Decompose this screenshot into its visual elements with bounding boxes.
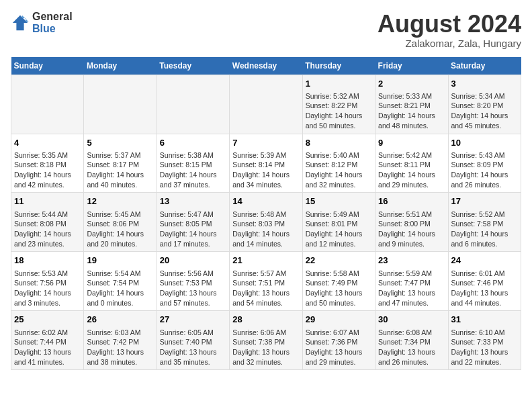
day-info: Sunrise: 6:03 AM Sunset: 7:42 PM Dayligh… (87, 328, 153, 367)
calendar-cell: 10Sunrise: 5:43 AM Sunset: 8:09 PM Dayli… (448, 134, 521, 193)
calendar-week-5: 25Sunrise: 6:02 AM Sunset: 7:44 PM Dayli… (11, 311, 521, 370)
day-info: Sunrise: 5:32 AM Sunset: 8:22 PM Dayligh… (306, 91, 372, 131)
day-number: 14 (232, 195, 299, 208)
calendar-cell: 13Sunrise: 5:47 AM Sunset: 8:05 PM Dayli… (157, 193, 229, 252)
day-number: 11 (14, 195, 81, 208)
day-info: Sunrise: 5:40 AM Sunset: 8:12 PM Dayligh… (306, 150, 372, 190)
day-number: 29 (306, 314, 372, 326)
day-number: 5 (87, 137, 153, 149)
calendar-header-row: SundayMondayTuesdayWednesdayThursdayFrid… (11, 57, 521, 75)
calendar-cell: 16Sunrise: 5:51 AM Sunset: 8:00 PM Dayli… (375, 193, 448, 252)
calendar-cell: 19Sunrise: 5:54 AM Sunset: 7:54 PM Dayli… (84, 252, 157, 311)
day-info: Sunrise: 6:02 AM Sunset: 7:44 PM Dayligh… (14, 328, 81, 367)
main-title: August 2024 (378, 11, 521, 38)
day-info: Sunrise: 5:45 AM Sunset: 8:06 PM Dayligh… (87, 210, 153, 249)
day-info: Sunrise: 5:56 AM Sunset: 7:53 PM Dayligh… (160, 269, 226, 308)
day-number: 13 (160, 195, 226, 208)
day-number: 3 (451, 78, 518, 90)
day-number: 28 (232, 314, 299, 326)
header: General Blue August 2024 Zalakomar, Zala… (11, 11, 521, 49)
day-info: Sunrise: 5:51 AM Sunset: 8:00 PM Dayligh… (378, 210, 445, 249)
day-info: Sunrise: 5:34 AM Sunset: 8:20 PM Dayligh… (451, 91, 518, 131)
day-info: Sunrise: 5:38 AM Sunset: 8:15 PM Dayligh… (160, 150, 226, 190)
day-number: 6 (160, 137, 226, 149)
calendar-header-friday: Friday (375, 57, 448, 75)
calendar-cell: 20Sunrise: 5:56 AM Sunset: 7:53 PM Dayli… (157, 252, 229, 311)
calendar-header-saturday: Saturday (448, 57, 521, 75)
calendar-week-3: 11Sunrise: 5:44 AM Sunset: 8:08 PM Dayli… (11, 193, 521, 252)
calendar-cell: 15Sunrise: 5:49 AM Sunset: 8:01 PM Dayli… (302, 193, 375, 252)
calendar-week-2: 4Sunrise: 5:35 AM Sunset: 8:18 PM Daylig… (11, 134, 521, 193)
calendar-cell: 4Sunrise: 5:35 AM Sunset: 8:18 PM Daylig… (11, 134, 84, 193)
day-info: Sunrise: 5:52 AM Sunset: 7:58 PM Dayligh… (451, 210, 518, 249)
calendar-header-monday: Monday (84, 57, 157, 75)
logo-icon (11, 13, 30, 32)
day-number: 25 (14, 314, 81, 326)
day-number: 2 (378, 78, 445, 90)
day-info: Sunrise: 5:42 AM Sunset: 8:11 PM Dayligh… (378, 150, 445, 190)
logo-general-text: General (32, 11, 73, 23)
calendar-header-sunday: Sunday (11, 57, 84, 75)
calendar-cell: 24Sunrise: 6:01 AM Sunset: 7:46 PM Dayli… (448, 252, 521, 311)
day-info: Sunrise: 5:37 AM Sunset: 8:17 PM Dayligh… (87, 150, 153, 190)
logo-blue-text: Blue (32, 23, 73, 35)
calendar-header-thursday: Thursday (302, 57, 375, 75)
day-info: Sunrise: 6:01 AM Sunset: 7:46 PM Dayligh… (451, 269, 518, 308)
calendar-cell: 28Sunrise: 6:06 AM Sunset: 7:38 PM Dayli… (230, 311, 302, 370)
day-info: Sunrise: 5:48 AM Sunset: 8:03 PM Dayligh… (232, 210, 299, 249)
day-info: Sunrise: 5:33 AM Sunset: 8:21 PM Dayligh… (378, 91, 445, 131)
day-number: 24 (451, 255, 518, 267)
calendar-week-1: 1Sunrise: 5:32 AM Sunset: 8:22 PM Daylig… (11, 75, 521, 134)
calendar-cell: 8Sunrise: 5:40 AM Sunset: 8:12 PM Daylig… (302, 134, 375, 193)
day-info: Sunrise: 5:53 AM Sunset: 7:56 PM Dayligh… (14, 269, 81, 308)
day-number: 7 (232, 137, 299, 149)
calendar-cell: 21Sunrise: 5:57 AM Sunset: 7:51 PM Dayli… (230, 252, 302, 311)
day-info: Sunrise: 6:10 AM Sunset: 7:33 PM Dayligh… (451, 328, 518, 367)
calendar-cell: 14Sunrise: 5:48 AM Sunset: 8:03 PM Dayli… (230, 193, 302, 252)
day-info: Sunrise: 5:59 AM Sunset: 7:47 PM Dayligh… (378, 269, 445, 308)
day-number: 27 (160, 314, 226, 326)
calendar-cell: 6Sunrise: 5:38 AM Sunset: 8:15 PM Daylig… (157, 134, 229, 193)
day-info: Sunrise: 6:08 AM Sunset: 7:34 PM Dayligh… (378, 328, 445, 367)
day-number: 31 (451, 314, 518, 326)
calendar-cell: 2Sunrise: 5:33 AM Sunset: 8:21 PM Daylig… (375, 75, 448, 134)
calendar-header-tuesday: Tuesday (157, 57, 229, 75)
subtitle: Zalakomar, Zala, Hungary (378, 38, 521, 49)
calendar-cell: 7Sunrise: 5:39 AM Sunset: 8:14 PM Daylig… (230, 134, 302, 193)
calendar-cell: 29Sunrise: 6:07 AM Sunset: 7:36 PM Dayli… (302, 311, 375, 370)
calendar-header-wednesday: Wednesday (230, 57, 302, 75)
calendar-cell: 11Sunrise: 5:44 AM Sunset: 8:08 PM Dayli… (11, 193, 84, 252)
day-info: Sunrise: 5:58 AM Sunset: 7:49 PM Dayligh… (306, 269, 372, 308)
day-info: Sunrise: 5:49 AM Sunset: 8:01 PM Dayligh… (306, 210, 372, 249)
calendar-table: SundayMondayTuesdayWednesdayThursdayFrid… (11, 57, 521, 371)
day-info: Sunrise: 5:47 AM Sunset: 8:05 PM Dayligh… (160, 210, 226, 249)
calendar-cell: 17Sunrise: 5:52 AM Sunset: 7:58 PM Dayli… (448, 193, 521, 252)
calendar-cell (157, 75, 229, 134)
day-number: 15 (306, 195, 372, 208)
day-number: 21 (232, 255, 299, 267)
day-number: 12 (87, 195, 153, 208)
day-info: Sunrise: 6:07 AM Sunset: 7:36 PM Dayligh… (306, 328, 372, 367)
calendar-cell: 12Sunrise: 5:45 AM Sunset: 8:06 PM Dayli… (84, 193, 157, 252)
day-info: Sunrise: 6:06 AM Sunset: 7:38 PM Dayligh… (232, 328, 299, 367)
day-number: 10 (451, 137, 518, 149)
calendar-cell: 27Sunrise: 6:05 AM Sunset: 7:40 PM Dayli… (157, 311, 229, 370)
day-number: 16 (378, 195, 445, 208)
day-info: Sunrise: 5:54 AM Sunset: 7:54 PM Dayligh… (87, 269, 153, 308)
day-number: 23 (378, 255, 445, 267)
day-number: 19 (87, 255, 153, 267)
calendar-cell: 9Sunrise: 5:42 AM Sunset: 8:11 PM Daylig… (375, 134, 448, 193)
day-number: 4 (14, 137, 81, 149)
day-info: Sunrise: 5:57 AM Sunset: 7:51 PM Dayligh… (232, 269, 299, 308)
calendar-cell: 1Sunrise: 5:32 AM Sunset: 8:22 PM Daylig… (302, 75, 375, 134)
day-info: Sunrise: 5:39 AM Sunset: 8:14 PM Dayligh… (232, 150, 299, 190)
day-number: 18 (14, 255, 81, 267)
day-number: 26 (87, 314, 153, 326)
calendar-week-4: 18Sunrise: 5:53 AM Sunset: 7:56 PM Dayli… (11, 252, 521, 311)
day-number: 17 (451, 195, 518, 208)
calendar-cell: 25Sunrise: 6:02 AM Sunset: 7:44 PM Dayli… (11, 311, 84, 370)
day-info: Sunrise: 5:43 AM Sunset: 8:09 PM Dayligh… (451, 150, 518, 190)
day-number: 9 (378, 137, 445, 149)
day-number: 20 (160, 255, 226, 267)
calendar-cell: 18Sunrise: 5:53 AM Sunset: 7:56 PM Dayli… (11, 252, 84, 311)
